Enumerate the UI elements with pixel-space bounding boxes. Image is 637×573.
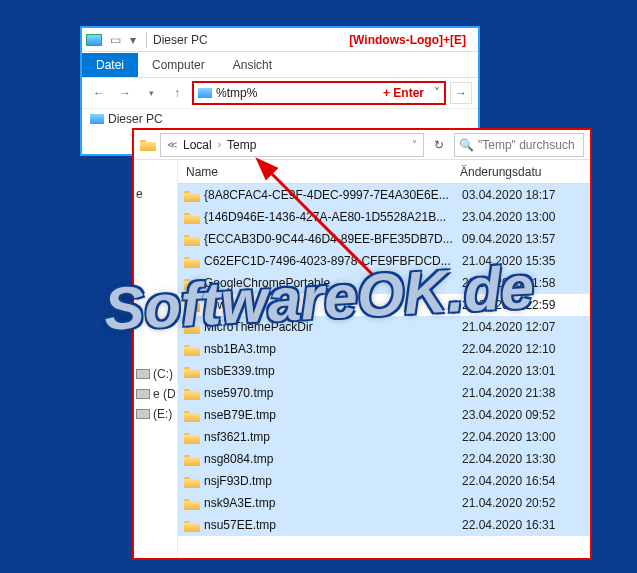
file-row[interactable]: nsbE339.tmp22.04.2020 13:01 (178, 360, 590, 382)
drive-icon (136, 409, 150, 419)
file-name: nsb1BA3.tmp (204, 342, 276, 356)
file-name: GoogleChromePortable (204, 276, 330, 290)
file-name: nsjF93D.tmp (204, 474, 272, 488)
enter-annotation: + Enter (383, 86, 424, 100)
file-row[interactable]: GoogleChromePortable23.04.2020 11:58 (178, 272, 590, 294)
navigation-row: ← → ▾ ↑ %tmp% + Enter ˅ → (82, 78, 478, 108)
file-name: Low (204, 298, 226, 312)
drive-icon (136, 389, 150, 399)
titlebar[interactable]: ▭ ▾ Dieser PC [Windows-Logo]+[E] (82, 28, 478, 52)
file-name: nsu57EE.tmp (204, 518, 276, 532)
folder-icon (184, 255, 200, 268)
file-name: nsf3621.tmp (204, 430, 270, 444)
file-row[interactable]: nsk9A3E.tmp21.04.2020 20:52 (178, 492, 590, 514)
file-row[interactable]: C62EFC1D-7496-4023-8978-CFE9FBFDCD...21.… (178, 250, 590, 272)
file-name: nsg8084.tmp (204, 452, 273, 466)
file-row[interactable]: nsg8084.tmp22.04.2020 13:30 (178, 448, 590, 470)
refresh-button[interactable]: ↻ (428, 134, 450, 156)
up-button[interactable]: ↑ (166, 82, 188, 104)
file-row[interactable]: nsu57EE.tmp22.04.2020 16:31 (178, 514, 590, 536)
nav-tree-drive-d[interactable]: e (D:) (136, 384, 175, 404)
breadcrumb-bar[interactable]: ≪ Local › Temp ˅ (160, 133, 424, 157)
file-date: 22.04.2020 12:10 (462, 342, 590, 356)
folder-icon (184, 189, 200, 202)
file-row[interactable]: {8A8CFAC4-CE9F-4DEC-9997-7E4A30E6E...03.… (178, 184, 590, 206)
history-dropdown[interactable]: ▾ (140, 82, 162, 104)
qat-dropdown-icon[interactable]: ▾ (126, 33, 140, 47)
file-row[interactable]: {ECCAB3D0-9C44-46D4-89EE-BFE35DB7D...09.… (178, 228, 590, 250)
file-row[interactable]: nse5970.tmp21.04.2020 21:38 (178, 382, 590, 404)
file-date: 23.04.2020 13:00 (462, 210, 590, 224)
address-history-dropdown[interactable]: ˅ (434, 86, 440, 100)
drive-icon (136, 369, 150, 379)
nav-tree-item[interactable]: e (136, 184, 175, 204)
file-date: 21.04.2020 12:07 (462, 320, 590, 334)
chevron-left-icon[interactable]: ≪ (165, 139, 179, 150)
breadcrumb-part-temp[interactable]: Temp (227, 138, 256, 152)
address-bar[interactable]: %tmp% + Enter ˅ (192, 81, 446, 105)
file-row[interactable]: nsf3621.tmp22.04.2020 13:00 (178, 426, 590, 448)
column-header-name[interactable]: Name (178, 165, 460, 179)
file-date: 23.04.2020 11:58 (462, 276, 590, 290)
ribbon-tabs: Datei Computer Ansicht (82, 52, 478, 78)
folder-icon (184, 299, 200, 312)
this-pc-icon (86, 34, 102, 46)
file-name: nsbE339.tmp (204, 364, 275, 378)
file-row[interactable]: nsjF93D.tmp22.04.2020 16:54 (178, 470, 590, 492)
file-date: 22.04.2020 13:00 (462, 430, 590, 444)
breadcrumb-part-local[interactable]: Local (183, 138, 212, 152)
tab-view[interactable]: Ansicht (219, 53, 286, 77)
folder-icon (184, 497, 200, 510)
folder-icon (184, 277, 200, 290)
file-row[interactable]: nsb1BA3.tmp22.04.2020 12:10 (178, 338, 590, 360)
forward-button[interactable]: → (114, 82, 136, 104)
nav-tree-row[interactable]: Dieser PC (82, 108, 478, 129)
file-date: 22.04.2020 13:01 (462, 364, 590, 378)
go-button[interactable]: → (450, 82, 472, 104)
folder-icon (184, 321, 200, 334)
tab-computer[interactable]: Computer (138, 53, 219, 77)
file-name: nseB79E.tmp (204, 408, 276, 422)
file-date: 09.04.2020 13:57 (462, 232, 590, 246)
file-date: 21.04.2020 22:59 (462, 298, 590, 312)
search-box[interactable]: 🔍 "Temp" durchsuch (454, 133, 584, 157)
file-name: {146D946E-1436-427A-AE80-1D5528A21B... (204, 210, 446, 224)
tab-file[interactable]: Datei (82, 53, 138, 77)
folder-icon (184, 233, 200, 246)
nav-tree-drive-c[interactable]: (C:) (136, 364, 175, 384)
back-button[interactable]: ← (88, 82, 110, 104)
search-icon: 🔍 (459, 138, 474, 152)
file-date: 23.04.2020 09:52 (462, 408, 590, 422)
folder-icon (184, 409, 200, 422)
file-row[interactable]: Low21.04.2020 22:59 (178, 294, 590, 316)
window-title: Dieser PC (153, 33, 208, 47)
nav-tree-label: Dieser PC (108, 112, 163, 126)
address-this-pc-icon (198, 88, 212, 98)
chevron-right-icon: › (216, 139, 223, 150)
file-date: 22.04.2020 13:30 (462, 452, 590, 466)
file-name: nse5970.tmp (204, 386, 273, 400)
folder-icon (184, 453, 200, 466)
file-row[interactable]: {146D946E-1436-427A-AE80-1D5528A21B...23… (178, 206, 590, 228)
file-date: 21.04.2020 15:35 (462, 254, 590, 268)
column-header-date[interactable]: Änderungsdatu (460, 165, 590, 179)
file-date: 03.04.2020 18:17 (462, 188, 590, 202)
qat-properties-icon[interactable]: ▭ (108, 33, 122, 47)
folder-icon (140, 138, 156, 151)
search-placeholder: "Temp" durchsuch (478, 138, 575, 152)
breadcrumb-dropdown[interactable]: ˅ (410, 139, 419, 150)
folder-icon (184, 387, 200, 400)
file-row[interactable]: nseB79E.tmp23.04.2020 09:52 (178, 404, 590, 426)
folder-icon (184, 519, 200, 532)
address-bar-text: %tmp% (216, 86, 379, 100)
file-row[interactable]: MicroThemePackDir21.04.2020 12:07 (178, 316, 590, 338)
nav-tree[interactable]: e (C:) e (D:) (E:) (134, 160, 178, 558)
folder-icon (184, 343, 200, 356)
file-name: {8A8CFAC4-CE9F-4DEC-9997-7E4A30E6E... (204, 188, 449, 202)
address-row: ≪ Local › Temp ˅ ↻ 🔍 "Temp" durchsuch (134, 130, 590, 160)
nav-tree-item[interactable] (136, 164, 175, 184)
separator (146, 32, 147, 48)
this-pc-icon (90, 114, 104, 124)
nav-tree-drive-e[interactable]: (E:) (136, 404, 175, 424)
file-date: 22.04.2020 16:54 (462, 474, 590, 488)
